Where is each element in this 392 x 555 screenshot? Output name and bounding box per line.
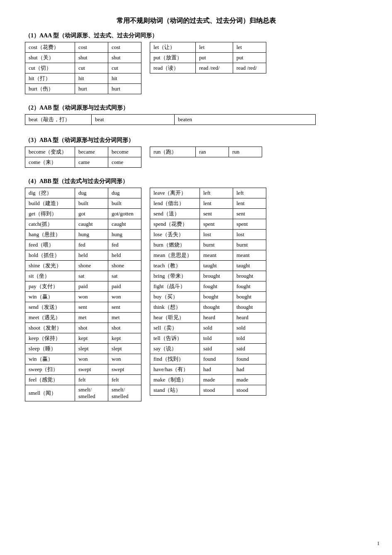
section-aaa: （1）AAA 型（动词原形、过去式、过去分词同形） cost（花费）costco… (25, 32, 367, 98)
table-cell: spent (233, 219, 266, 230)
table-cell: run (229, 147, 262, 157)
page-title: 常用不规则动词（动词的过去式、过去分词）归纳总表 (25, 17, 367, 25)
table-cell: have/has（有） (150, 364, 200, 375)
table-cell: brought (233, 271, 266, 281)
table-cell: build（建造） (25, 198, 75, 209)
table-cell: become (108, 147, 141, 157)
table-cell: sat (108, 271, 141, 281)
table-cell: met (75, 313, 108, 323)
table-cell: hit (108, 73, 141, 84)
table-cell: shut (75, 53, 108, 63)
table-cell: put (233, 53, 266, 63)
table-cell: thought (200, 302, 233, 313)
table-cell: sweep（扫） (25, 364, 75, 375)
table-cell: come（来） (25, 157, 75, 168)
table-cell: stood (233, 385, 266, 396)
table-cell: made (233, 375, 266, 385)
table-cell: hung (108, 230, 141, 240)
table-cell: teach（教） (150, 261, 200, 271)
table-cell: meet（遇见） (25, 313, 75, 323)
table-cell: make（制造） (150, 375, 200, 385)
aaa-right-table: let（让）letletput（放置）putputread（读）read /re… (150, 42, 266, 77)
table-cell: smell（闻） (25, 385, 75, 401)
table-cell: held (108, 250, 141, 261)
page-number: 1 (377, 540, 380, 547)
table-cell: hold（抓住） (25, 250, 75, 261)
table-cell: tell（告诉） (150, 333, 200, 344)
table-cell: taught (233, 261, 266, 271)
table-cell: fed (108, 240, 141, 250)
table-cell: feed（喂） (25, 240, 75, 250)
table-cell: say（说） (150, 344, 200, 354)
table-cell: fed (75, 240, 108, 250)
table-cell: let（让） (150, 42, 196, 53)
table-cell: shut（关） (25, 53, 75, 63)
table-cell: become（变成） (25, 147, 75, 157)
section-aab-title: （2）AAB 型（动词原形与过去式同形） (25, 104, 367, 112)
table-cell: hit（打） (25, 73, 75, 84)
table-cell: kept (75, 333, 108, 344)
table-cell: read /red/ (196, 63, 233, 73)
table-cell: heard (233, 313, 266, 323)
table-cell: came (75, 157, 108, 168)
table-cell: dug (75, 188, 108, 198)
table-cell: smelt/smelled (75, 385, 108, 401)
table-cell: mean（意思是） (150, 250, 200, 261)
abb-left-table: dig（挖）dugdugbuild（建造）builtbuiltget（得到）go… (25, 188, 141, 405)
table-cell: win（赢） (25, 354, 75, 364)
table-cell: told (200, 333, 233, 344)
table-cell: fight（战斗） (150, 281, 200, 292)
table-cell: smelt/smelled (108, 385, 141, 401)
table-cell: lost (200, 230, 233, 240)
table-cell: got/gotten (108, 209, 141, 219)
table-cell: keep（保持） (25, 333, 75, 344)
table-cell: leave（离开） (150, 188, 200, 198)
table-cell: burn（燃烧） (150, 240, 200, 250)
table-cell: got (75, 209, 108, 219)
table-cell: lose（丢失） (150, 230, 200, 240)
table-cell: send（送） (150, 209, 200, 219)
table-cell: cost (108, 42, 141, 53)
table-cell: cost（花费） (25, 42, 75, 53)
abb-right-table: leave（离开）leftleftlend（借出）lentlentsend（送）… (150, 188, 266, 399)
aba-right-table: run（跑）ranrun (150, 147, 262, 161)
table-cell: burnt (233, 240, 266, 250)
table-cell: let (233, 42, 266, 53)
table-cell: send（发送） (25, 302, 75, 313)
table-cell: catch(抓） (25, 219, 75, 230)
table-cell: lost (233, 230, 266, 240)
table-cell: left (233, 188, 266, 198)
table-cell: shut (108, 53, 141, 63)
table-cell: beaten (175, 115, 316, 125)
table-cell: hit (75, 73, 108, 84)
table-cell: cost (75, 42, 108, 53)
table-cell: won (75, 292, 108, 302)
table-cell: cut (75, 63, 108, 73)
table-cell: kept (108, 333, 141, 344)
table-cell: thought (233, 302, 266, 313)
table-cell: think（想） (150, 302, 200, 313)
table-cell: hurt (108, 84, 141, 94)
table-cell: said (233, 344, 266, 354)
table-cell: met (108, 313, 141, 323)
table-cell: burnt (200, 240, 233, 250)
table-cell: run（跑） (150, 147, 196, 157)
table-cell: fought (200, 281, 233, 292)
table-cell: won (108, 292, 141, 302)
table-cell: shoot（发射） (25, 323, 75, 333)
table-cell: shone (108, 261, 141, 271)
table-cell: ran (196, 147, 229, 157)
table-cell: shone (75, 261, 108, 271)
table-cell: told (233, 333, 266, 344)
section-aaa-title: （1）AAA 型（动词原形、过去式、过去分词同形） (25, 32, 367, 39)
table-cell: meant (233, 250, 266, 261)
table-cell: brought (200, 271, 233, 281)
table-cell: sell（卖） (150, 323, 200, 333)
table-cell: sat (75, 271, 108, 281)
table-cell: pay（支付） (25, 281, 75, 292)
table-cell: made (200, 375, 233, 385)
table-cell: heard (200, 313, 233, 323)
section-abb-title: （4）ABB 型（过去式与过去分词同形） (25, 178, 367, 185)
table-cell: come (108, 157, 141, 168)
table-cell: lent (200, 198, 233, 209)
